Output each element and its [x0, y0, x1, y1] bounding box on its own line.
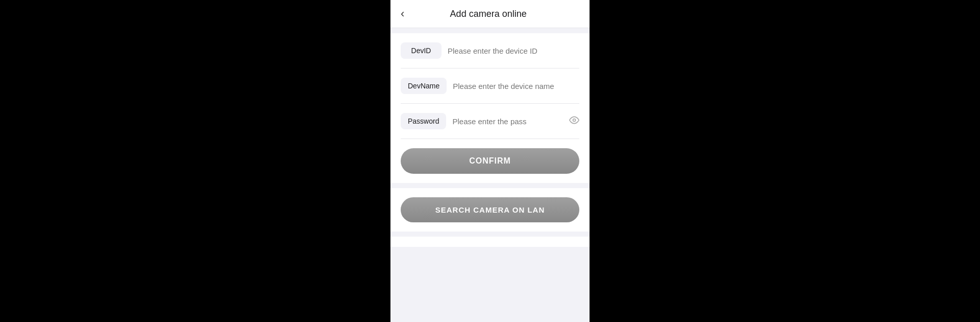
header: ‹ Add camera online — [390, 0, 590, 28]
devid-input[interactable] — [448, 47, 579, 55]
search-camera-button[interactable]: SEARCH CAMERA ON LAN — [401, 197, 579, 222]
back-button[interactable]: ‹ — [401, 8, 404, 19]
page-title: Add camera online — [412, 9, 564, 19]
eye-toggle-icon[interactable] — [569, 115, 579, 128]
password-label: Password — [401, 113, 446, 129]
devname-label: DevName — [401, 78, 447, 94]
confirm-button[interactable]: CONFIRM — [401, 148, 579, 174]
search-card: SEARCH CAMERA ON LAN — [390, 188, 590, 232]
devid-row: DevID — [401, 33, 579, 68]
phone-container: ‹ Add camera online DevID DevName Passwo… — [390, 0, 590, 322]
password-row: Password — [401, 104, 579, 139]
svg-point-0 — [573, 119, 576, 121]
devname-input[interactable] — [453, 82, 579, 90]
partial-card — [390, 237, 590, 247]
devid-label: DevID — [401, 42, 442, 59]
devname-row: DevName — [401, 68, 579, 104]
password-input[interactable] — [452, 117, 563, 126]
form-card: DevID DevName Password CONFIRM — [390, 33, 590, 183]
